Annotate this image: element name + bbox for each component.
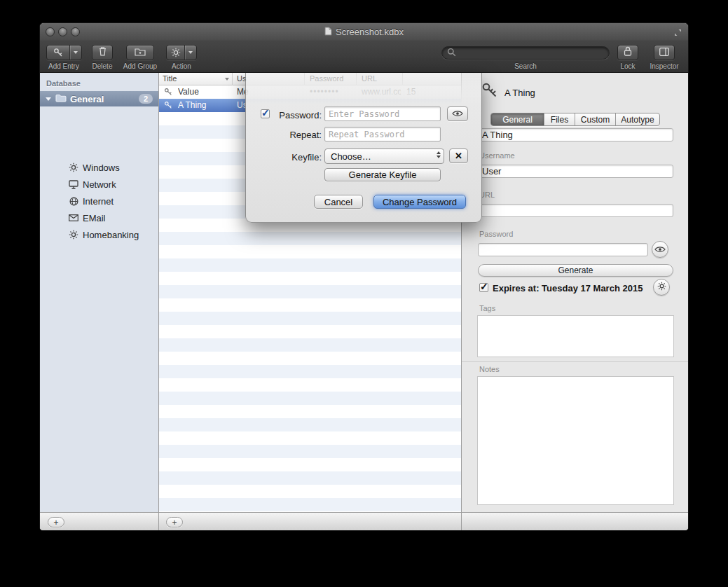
entry-title-cell: Value [178,87,228,97]
action-button[interactable] [166,45,197,60]
dialog-show-password-button[interactable] [447,106,468,121]
app-window: Screenshot.kdbx Add Entry Delete Add Gro… [40,23,688,530]
tab-files[interactable]: Files [544,113,575,125]
username-label: Username [479,151,515,160]
lock-label: Lock [620,62,635,70]
key-icon [47,46,69,60]
add-entry-button[interactable] [46,45,82,60]
window-header: Screenshot.kdbx Add Entry Delete Add Gro… [40,23,688,73]
gear-icon [167,46,184,60]
add-group-plus-button[interactable]: + [48,517,64,527]
key-icon [164,88,172,98]
group-count-badge: 2 [139,94,153,104]
notes-label: Notes [479,365,500,373]
gear-icon [68,163,79,172]
window-title: Screenshot.kdbx [336,27,404,37]
folder-icon [55,92,67,105]
monitor-icon [68,180,79,189]
sidebar-item-label: EMail [83,213,106,223]
sidebar-group-label: General [70,94,139,104]
cancel-button[interactable]: Cancel [314,195,363,209]
clear-keyfile-button[interactable]: ✕ [449,149,468,163]
search-input[interactable] [459,48,604,58]
sidebar-item-email[interactable]: EMail [40,209,158,226]
password-label: Password [479,230,513,238]
chevron-down-icon [70,46,81,60]
inspector-entry-title: A Thing [504,88,535,98]
title-field[interactable] [478,128,673,141]
username-field[interactable] [478,165,673,178]
key-icon [164,101,172,111]
trash-icon [98,46,107,59]
change-password-dialog: Password: Repeat: Keyfile: Choose… ✕ Gen… [245,73,482,223]
lock-button[interactable] [617,45,638,60]
tab-custom[interactable]: Custom [575,113,616,125]
action-label: Action [172,62,191,70]
inspector-button[interactable] [654,45,675,60]
generate-keyfile-button[interactable]: Generate Keyfile [324,168,441,181]
keyfile-popup-value: Choose… [331,151,371,162]
sidebar-item-label: Internet [83,196,114,207]
expires-label: Expires at: Tuesday 17 March 2015 [493,283,643,294]
entry-title-cell: A Thing [178,100,228,110]
panel-icon [659,46,669,59]
inspector-label: Inspector [650,62,678,70]
eye-icon [452,109,463,119]
folder-plus-icon [135,46,146,59]
add-entry-plus-button[interactable]: + [166,517,183,527]
sidebar: Database General 2 Windows Network [40,73,158,512]
gear-icon [68,230,79,240]
expires-checkbox[interactable] [479,283,488,292]
globe-icon [68,197,79,206]
tags-input[interactable] [477,315,674,357]
search-label: Search [514,62,537,70]
change-password-button[interactable]: Change Password [373,195,466,209]
sidebar-header: Database [46,79,81,88]
disclosure-triangle-icon[interactable] [46,97,51,101]
notes-input[interactable] [477,376,674,505]
sidebar-group-general[interactable]: General 2 [40,91,158,106]
lock-icon [624,46,632,59]
show-password-button[interactable] [652,241,668,258]
bottom-bar: + + [40,512,688,530]
tags-label: Tags [479,304,495,312]
envelope-icon [68,214,79,221]
sort-arrow-icon [225,78,229,81]
eye-icon [654,243,666,256]
dialog-repeat-input[interactable] [324,127,441,141]
sidebar-item-label: Network [83,179,116,190]
dialog-password-label: Password: [268,110,322,120]
dialog-repeat-label: Repeat: [268,130,322,140]
password-field[interactable] [478,243,648,256]
column-header-title[interactable]: Title [163,74,177,83]
expires-settings-button[interactable] [653,279,670,296]
search-icon [447,47,456,60]
inspector-panel: A Thing General Files Custom Autotype Us… [461,73,688,512]
search-field[interactable] [441,46,610,60]
desktop: Screenshot.kdbx Add Entry Delete Add Gro… [0,0,728,587]
url-field[interactable] [478,204,673,217]
inspector-tab-bar: General Files Custom Autotype [490,113,660,126]
fullscreen-icon[interactable] [673,27,682,40]
add-group-label: Add Group [123,62,157,70]
delete-button[interactable] [92,45,113,60]
add-group-button[interactable] [126,45,154,60]
add-entry-label: Add Entry [48,62,79,70]
chevron-down-icon [185,46,196,60]
sidebar-item-homebanking[interactable]: Homebanking [40,226,158,243]
dialog-password-input[interactable] [324,106,441,121]
sidebar-item-windows[interactable]: Windows [40,159,158,176]
tab-autotype[interactable]: Autotype [616,113,659,125]
sidebar-item-label: Windows [83,163,120,173]
sidebar-item-network[interactable]: Network [40,176,158,193]
keyfile-popup[interactable]: Choose… [324,149,444,164]
stepper-arrows-icon [437,151,441,158]
sidebar-item-internet[interactable]: Internet [40,193,158,209]
generate-password-button[interactable]: Generate [478,264,673,277]
sidebar-item-label: Homebanking [83,230,139,240]
delete-label: Delete [92,62,113,70]
window-title-area: Screenshot.kdbx [40,23,688,41]
sidebar-divider[interactable] [158,73,159,530]
tab-general[interactable]: General [491,113,544,125]
dialog-keyfile-label: Keyfile: [268,152,322,163]
